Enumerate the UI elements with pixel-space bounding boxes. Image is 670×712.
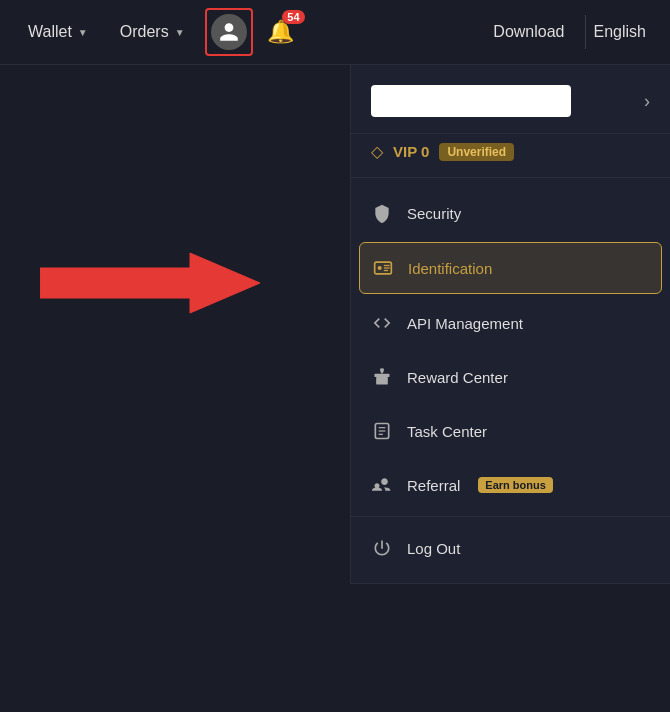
arrow-annotation bbox=[40, 248, 260, 318]
menu-item-identification[interactable]: Identification bbox=[359, 242, 662, 294]
orders-chevron-icon: ▼ bbox=[175, 27, 185, 38]
menu-item-api[interactable]: API Management bbox=[351, 296, 670, 350]
profile-avatar-icon bbox=[211, 14, 247, 50]
referral-label: Referral bbox=[407, 477, 460, 494]
svg-marker-0 bbox=[40, 253, 260, 313]
profile-dropdown: › ◇ VIP 0 Unverified Security bbox=[350, 65, 670, 584]
earn-bonus-badge: Earn bonus bbox=[478, 477, 553, 493]
logout-label: Log Out bbox=[407, 540, 460, 557]
security-label: Security bbox=[407, 205, 461, 222]
menu-item-logout[interactable]: Log Out bbox=[351, 521, 670, 575]
username-input[interactable] bbox=[371, 85, 571, 117]
menu-item-reward[interactable]: Reward Center bbox=[351, 350, 670, 404]
notification-badge: 54 bbox=[282, 10, 304, 24]
menu-item-security[interactable]: Security bbox=[351, 186, 670, 240]
svg-point-2 bbox=[378, 266, 382, 270]
reward-icon bbox=[371, 366, 393, 388]
svg-rect-7 bbox=[376, 377, 388, 385]
profile-menu: Security Identification AP bbox=[351, 178, 670, 583]
vip-label: VIP 0 bbox=[393, 143, 429, 160]
vip-row: ◇ VIP 0 Unverified bbox=[351, 134, 670, 178]
orders-label: Orders bbox=[120, 23, 169, 41]
api-icon bbox=[371, 312, 393, 334]
vip-diamond-icon: ◇ bbox=[371, 142, 383, 161]
id-card-icon bbox=[372, 257, 394, 279]
profile-button[interactable] bbox=[205, 8, 253, 56]
power-icon bbox=[371, 537, 393, 559]
orders-nav[interactable]: Orders ▼ bbox=[108, 15, 197, 49]
wallet-chevron-icon: ▼ bbox=[78, 27, 88, 38]
user-info-section: › bbox=[351, 65, 670, 134]
shield-icon bbox=[371, 202, 393, 224]
menu-item-task[interactable]: Task Center bbox=[351, 404, 670, 458]
task-center-label: Task Center bbox=[407, 423, 487, 440]
task-icon bbox=[371, 420, 393, 442]
notification-button[interactable]: 🔔 54 bbox=[261, 12, 301, 52]
identification-label: Identification bbox=[408, 260, 492, 277]
wallet-nav[interactable]: Wallet ▼ bbox=[16, 15, 100, 49]
language-selector[interactable]: English bbox=[585, 15, 654, 49]
referral-icon bbox=[371, 474, 393, 496]
reward-center-label: Reward Center bbox=[407, 369, 508, 386]
menu-divider bbox=[351, 516, 670, 517]
unverified-badge: Unverified bbox=[439, 143, 514, 161]
menu-item-referral[interactable]: Referral Earn bonus bbox=[351, 458, 670, 512]
download-nav[interactable]: Download bbox=[481, 15, 576, 49]
api-management-label: API Management bbox=[407, 315, 523, 332]
navbar: Wallet ▼ Orders ▼ 🔔 54 Download English bbox=[0, 0, 670, 65]
wallet-label: Wallet bbox=[28, 23, 72, 41]
profile-chevron-icon[interactable]: › bbox=[644, 91, 650, 112]
svg-rect-6 bbox=[375, 374, 390, 377]
